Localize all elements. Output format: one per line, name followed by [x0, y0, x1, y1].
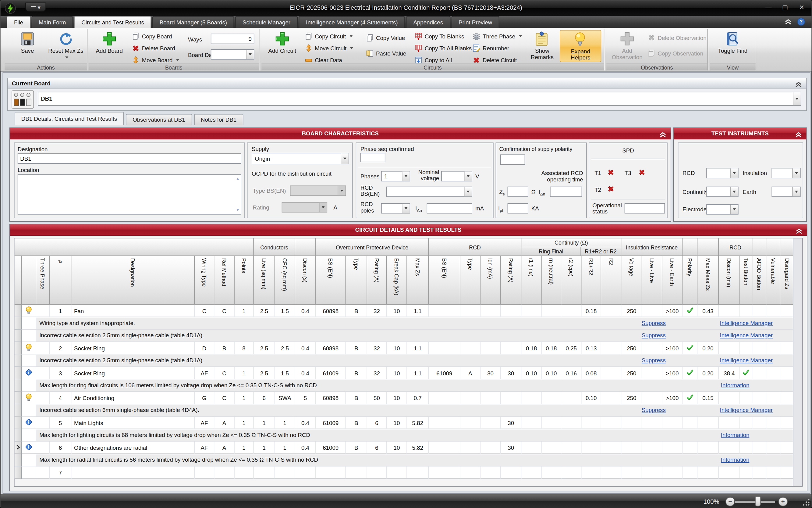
cell-wiring_type[interactable]: D [195, 342, 214, 354]
polarity-confirm-input[interactable] [500, 154, 525, 165]
cell-ocpd_type[interactable]: B [346, 367, 367, 379]
cell-afdd[interactable] [753, 417, 767, 429]
cell-rcd_type[interactable] [461, 342, 480, 354]
information-link[interactable]: Information [721, 457, 750, 463]
cell-disregard[interactable] [781, 467, 795, 479]
cell-r2[interactable]: 0.25 [561, 342, 581, 354]
column-header-vulnerable[interactable]: Vulnerable [767, 256, 781, 305]
cell-ocpd_bc[interactable]: 10 [387, 417, 407, 429]
ways-input[interactable] [211, 34, 254, 44]
cell-rcd_rating[interactable] [501, 467, 522, 479]
cell-r1r2[interactable]: 0.18 [582, 305, 602, 317]
add-board-button[interactable]: Add Board [93, 30, 126, 62]
column-header-live[interactable]: Live (sq mm) [254, 256, 275, 305]
cell-afdd[interactable] [753, 441, 767, 454]
cell-ocpd_bc[interactable]: 10 [387, 392, 407, 404]
reset-max-zs-button[interactable]: Reset Max Zs [48, 30, 84, 62]
designation-input[interactable] [18, 154, 241, 164]
column-header-r1[interactable]: r1 (line) [522, 256, 542, 305]
ipf-input[interactable] [508, 203, 528, 213]
cell-r2b[interactable] [601, 305, 621, 317]
phase-seq-input[interactable] [361, 153, 385, 162]
cell-r2b[interactable] [601, 467, 621, 479]
cell-r2b[interactable] [601, 342, 621, 354]
cell-max_meas_zs[interactable] [698, 441, 719, 454]
cell-test_button[interactable] [740, 342, 753, 354]
cell-live[interactable]: 2.5 [254, 342, 275, 354]
cell-points[interactable] [235, 467, 254, 479]
cell-max_meas_zs[interactable] [698, 467, 719, 479]
cell-points[interactable]: 1 [235, 441, 254, 454]
cell-live_earth[interactable]: >100 [662, 305, 682, 317]
doc-tab-db1-details-circuits-and-test-results[interactable]: DB1 Details, Circuits and Test Results [15, 112, 124, 125]
cell-points[interactable]: 1 [235, 305, 254, 317]
cell-voltage[interactable]: 250 [622, 392, 642, 404]
cell-voltage[interactable]: 250 [622, 342, 642, 354]
cell-voltage[interactable] [622, 467, 642, 479]
cell-live_live[interactable] [642, 392, 662, 404]
rcd-bsen-combo[interactable] [386, 186, 472, 197]
cell-wiring_type[interactable]: AF [195, 367, 214, 379]
cell-ocpd_type[interactable]: B [346, 441, 367, 454]
cell-ocpd_type[interactable]: B [346, 417, 367, 429]
cell-rcd_type[interactable] [461, 441, 480, 454]
cell-vulnerable[interactable] [767, 342, 781, 354]
ribbon-tab-main-form[interactable]: Main Form [31, 16, 73, 28]
location-textarea[interactable]: ▲ ▼ [18, 174, 241, 215]
cell-ocpd_rating[interactable]: 32 [367, 342, 387, 354]
cell-voltage[interactable]: 250 [622, 367, 642, 379]
copy-to-all-blanks-button[interactable]: Copy To All Blanks [413, 43, 471, 53]
cell-live[interactable]: 1 [254, 417, 275, 429]
cell-ref_method[interactable]: B [214, 342, 235, 354]
cell-cpc[interactable]: 1 [275, 441, 295, 454]
cell-three_phase[interactable] [36, 392, 50, 404]
cell-rcd_idn[interactable]: 30 [480, 367, 500, 379]
cell-discon[interactable]: 0.4 [295, 367, 316, 379]
row-selector[interactable] [15, 305, 22, 317]
collapse-test-instruments-icon[interactable] [795, 130, 802, 137]
cell-disregard[interactable] [781, 305, 795, 317]
cell-test_button[interactable] [740, 417, 753, 429]
cell-designation[interactable]: Other designations are radial [71, 441, 195, 454]
information-link[interactable]: Information [721, 382, 750, 388]
cell-rcd_rating[interactable]: 30 [501, 367, 522, 379]
cell-num[interactable]: 1 [50, 305, 71, 317]
rating-combo[interactable] [282, 202, 328, 213]
cell-polarity[interactable] [682, 342, 698, 354]
column-header-afdd[interactable]: AFDD Button [753, 256, 767, 305]
cell-wiring_type[interactable]: AF [195, 417, 214, 429]
cell-rn[interactable] [542, 392, 562, 404]
cell-points[interactable]: 1 [235, 417, 254, 429]
cell-test_button[interactable] [740, 367, 753, 379]
cell-ocpd_maxzs[interactable]: 1.1 [407, 367, 429, 379]
cell-test_button[interactable] [740, 467, 753, 479]
cell-live_earth[interactable]: >100 [662, 392, 682, 404]
cell-discon_ms[interactable] [719, 342, 740, 354]
cell-max_meas_zs[interactable]: 0.20 [698, 342, 719, 354]
cell-ocpd_rating[interactable]: 6 [367, 417, 387, 429]
cell-discon_ms[interactable]: 38.4 [719, 367, 740, 379]
column-header-polarity[interactable]: Polarity [682, 256, 698, 305]
cell-rcd_rating[interactable] [501, 305, 522, 317]
doc-tab-notes-for-db1[interactable]: Notes for DB1 [194, 114, 243, 125]
column-header-r2b[interactable]: R2 [601, 256, 621, 305]
cell-r1[interactable] [522, 467, 542, 479]
cell-rcd_rating[interactable]: 30 [501, 417, 522, 429]
cell-wiring_type[interactable]: AF [195, 441, 214, 454]
cell-rcd_idn[interactable] [480, 417, 500, 429]
phases-combo[interactable]: 1 [381, 171, 410, 181]
cell-afdd[interactable] [753, 367, 767, 379]
type-bsen-combo[interactable] [290, 185, 346, 196]
expand-helpers-button[interactable]: Expand Helpers [560, 30, 601, 62]
column-header-points[interactable]: Points [235, 256, 254, 305]
cell-rcd_rating[interactable] [501, 392, 522, 404]
cell-r2b[interactable] [601, 367, 621, 379]
cell-ocpd_bs[interactable]: 61009 [316, 441, 346, 454]
cell-rn[interactable] [542, 305, 562, 317]
cell-r1[interactable] [522, 417, 542, 429]
cell-live[interactable]: 1 [254, 441, 275, 454]
three-phase-button[interactable]: Three Phase [471, 31, 525, 41]
cell-ref_method[interactable]: C [214, 392, 235, 404]
cell-ocpd_type[interactable]: B [346, 342, 367, 354]
cell-live[interactable]: 2.5 [254, 305, 275, 317]
